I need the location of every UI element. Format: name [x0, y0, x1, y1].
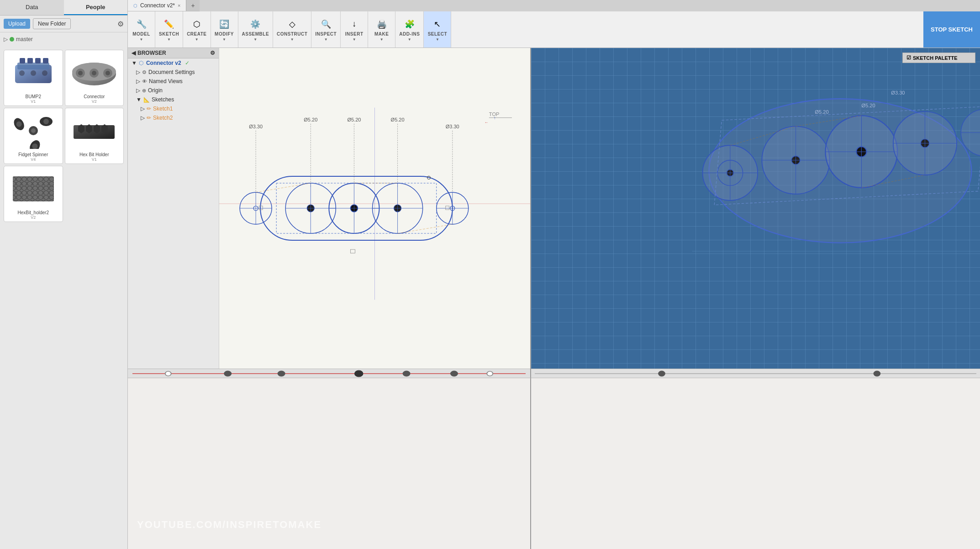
svg-point-53 — [329, 183, 379, 233]
cursor — [427, 176, 431, 179]
thumbnail-connector[interactable]: Connector V2 — [65, 50, 124, 106]
active-tab[interactable]: ⬡ Connector v2* × — [128, 0, 186, 11]
inspect-dropdown-arrow: ▼ — [324, 37, 328, 42]
left-viewport[interactable]: ◀ BROWSER ⚙ ▼ ⬡ Connector v2 ✓ ▷ ⚙ Docum… — [128, 48, 531, 378]
svg-point-41 — [240, 192, 272, 224]
thumbnail-hexbit2[interactable]: HexBit_holder2 V2 — [4, 166, 63, 222]
sketch-label: SKETCH — [159, 32, 179, 37]
construct-group[interactable]: ◇ CONSTRUCT ▼ — [273, 11, 311, 48]
make-group[interactable]: 🖨️ MAKE ▼ — [368, 11, 395, 48]
sketch-group[interactable]: ✏️ SKETCH ▼ — [155, 11, 183, 48]
thumbnail-hexbit[interactable]: Hex Bit Holder V1 — [65, 108, 124, 164]
thumb-label-fidget: Fidget Spinner — [18, 152, 48, 157]
insert-label: INSERT — [345, 32, 364, 37]
svg-rect-1 — [17, 63, 49, 69]
model-group[interactable]: 🔧 MODEL ▼ — [128, 11, 155, 48]
sketch-icon: ✏️ — [163, 18, 175, 31]
browser-document-settings[interactable]: ▷ ⚙ Document Settings — [128, 68, 219, 77]
browser-sketch2[interactable]: ▷ ✏ Sketch2 — [128, 113, 219, 122]
svg-point-79 — [709, 99, 971, 243]
insert-dropdown-arrow: ▼ — [353, 37, 356, 42]
svg-point-58 — [394, 205, 401, 212]
settings-icon[interactable]: ⚙ — [117, 20, 124, 28]
inspect-group[interactable]: 🔍 INSPECT ▼ — [311, 11, 341, 48]
3d-dim1: Ø3.30 — [891, 90, 905, 95]
thumb-version-bump2: V1 — [31, 99, 36, 104]
browser-sketch1[interactable]: ▷ ✏ Sketch1 — [128, 104, 219, 113]
tab-people[interactable]: People — [64, 0, 128, 15]
svg-line-103 — [861, 175, 925, 188]
upload-button[interactable]: Upload — [4, 19, 30, 29]
browser-sketches[interactable]: ▼ 📐 Sketches — [128, 95, 219, 104]
insert-group[interactable]: ↓ INSERT ▼ — [341, 11, 368, 48]
top-label: TOP — [489, 111, 499, 117]
master-tree-item[interactable]: ▷ master — [4, 35, 124, 43]
model-label: MODEL — [132, 32, 150, 37]
browser-settings-icon[interactable]: ⚙ — [210, 50, 215, 56]
svg-point-85 — [762, 127, 829, 194]
left-timeline[interactable] — [128, 369, 530, 378]
thumbnail-fidget[interactable]: Fidget Spinner V4 — [4, 108, 63, 164]
assemble-dropdown-arrow: ▼ — [253, 37, 257, 42]
browser-named-views[interactable]: ▷ 👁 Named Views — [128, 77, 219, 86]
thumbnail-bump2[interactable]: BUMP2 V1 — [4, 50, 63, 106]
addins-icon: 🧩 — [403, 18, 416, 31]
right-timeline[interactable] — [531, 369, 980, 378]
svg-point-72 — [165, 371, 171, 376]
svg-point-54 — [350, 205, 358, 212]
create-label: CREATE — [187, 32, 206, 37]
browser-check-icon: ✓ — [185, 60, 190, 66]
make-dropdown-arrow: ▼ — [380, 37, 384, 42]
thumb-version-connector: V2 — [92, 99, 97, 104]
sketch-palette-checkbox[interactable]: ☑ — [906, 55, 911, 61]
svg-line-102 — [796, 116, 862, 126]
svg-point-24 — [31, 128, 36, 133]
modify-icon: 🔄 — [218, 18, 231, 31]
sketch-dropdown-arrow: ▼ — [167, 37, 171, 42]
make-label: MAKE — [374, 32, 389, 37]
addins-group[interactable]: 🧩 ADD-INS ▼ — [395, 11, 424, 48]
modify-dropdown-arrow: ▼ — [222, 37, 226, 42]
assemble-label: ASSEMBLE — [242, 32, 269, 37]
bottom-left-panel — [128, 378, 531, 549]
dim-d2: Ø5.20 — [304, 117, 317, 122]
browser-header: ◀ BROWSER ⚙ — [128, 48, 219, 58]
3d-dim2: Ø5.20 — [815, 109, 828, 115]
create-group[interactable]: ⬡ CREATE ▼ — [183, 11, 211, 48]
right-viewport[interactable]: Ø3.30 Ø5.20 Ø5.20 ☑ SKETCH PALETTE — [531, 48, 980, 378]
model-icon: 🔧 — [135, 18, 148, 31]
assemble-group[interactable]: ⚙️ ASSEMBLE ▼ — [238, 11, 274, 48]
browser-connector-item[interactable]: ▼ ⬡ Connector v2 ✓ — [128, 58, 219, 68]
svg-point-14 — [78, 71, 83, 75]
thumb-label-hexbit2: HexBit_holder2 — [18, 210, 49, 215]
insert-icon: ↓ — [348, 18, 361, 31]
modify-group[interactable]: 🔄 MODIFY ▼ — [211, 11, 238, 48]
svg-rect-40 — [260, 176, 453, 240]
svg-point-107 — [874, 371, 880, 376]
thumb-label-bump2: BUMP2 — [26, 94, 41, 99]
svg-rect-2 — [20, 58, 25, 63]
svg-point-49 — [285, 183, 336, 233]
create-icon: ⬡ — [190, 18, 203, 31]
svg-rect-32 — [13, 176, 54, 201]
svg-point-8 — [42, 70, 47, 76]
master-status-indicator — [10, 37, 14, 42]
svg-line-62 — [256, 183, 311, 192]
svg-point-46 — [450, 206, 455, 211]
svg-point-75 — [355, 370, 363, 377]
svg-point-73 — [224, 371, 232, 376]
tab-data[interactable]: Data — [0, 0, 64, 15]
bottom-area — [128, 378, 980, 549]
select-group[interactable]: ↖ SELECT ▼ — [424, 11, 451, 48]
svg-point-76 — [403, 371, 410, 376]
sketch-palette-header: ☑ SKETCH PALETTE — [903, 53, 975, 63]
dim-d3: Ø5.20 — [347, 117, 361, 122]
svg-point-94 — [921, 139, 929, 148]
browser-sketch1-label: Sketch1 — [153, 106, 173, 112]
browser-origin[interactable]: ▷ ⊕ Origin — [128, 86, 219, 95]
tab-add-button[interactable]: + — [186, 0, 199, 11]
new-folder-button[interactable]: New Folder — [33, 18, 71, 29]
tab-close-button[interactable]: × — [178, 3, 180, 8]
stop-sketch-button[interactable]: STOP SKETCH — [923, 11, 980, 48]
browser-collapse-icon[interactable]: ◀ — [132, 50, 136, 56]
